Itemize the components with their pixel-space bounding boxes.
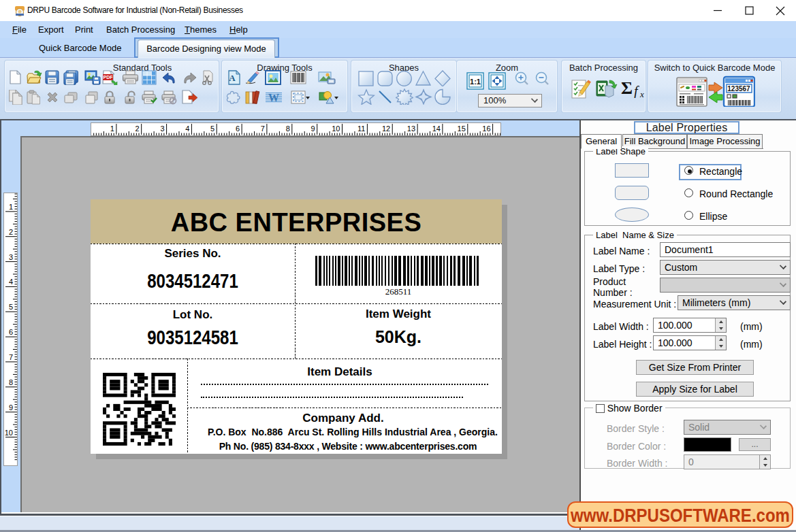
svg-text:4: 4: [9, 278, 13, 286]
svg-text:11: 11: [357, 124, 365, 133]
svg-text:16: 16: [482, 124, 490, 133]
svg-text:7: 7: [9, 353, 13, 361]
svg-text:14: 14: [432, 124, 441, 133]
svg-text:W: W: [268, 92, 279, 103]
svg-text:4: 4: [185, 124, 189, 133]
svg-text:Σ: Σ: [621, 78, 633, 98]
svg-text:13: 13: [407, 124, 415, 133]
svg-text:3: 3: [160, 124, 164, 133]
svg-text:10: 10: [332, 124, 340, 133]
svg-text:1: 1: [110, 124, 114, 133]
svg-text:8: 8: [9, 378, 13, 386]
svg-text:9: 9: [9, 403, 13, 412]
svg-text:15: 15: [458, 124, 466, 133]
svg-text:3: 3: [9, 253, 13, 261]
svg-text:f: f: [634, 84, 639, 98]
svg-text:8: 8: [286, 124, 290, 133]
svg-text:123567: 123567: [727, 85, 750, 93]
svg-text:1: 1: [9, 203, 13, 211]
svg-text:6: 6: [9, 328, 13, 336]
svg-text:1:1: 1:1: [470, 78, 481, 86]
svg-text:PDF: PDF: [104, 75, 114, 80]
svg-text:6: 6: [236, 124, 240, 133]
svg-text:10: 10: [5, 429, 13, 437]
svg-text:2: 2: [9, 228, 13, 236]
svg-text:A: A: [229, 73, 236, 83]
svg-text:x: x: [639, 89, 644, 98]
svg-text:2: 2: [136, 124, 140, 133]
svg-text:5: 5: [210, 124, 214, 133]
svg-text:5: 5: [9, 303, 13, 311]
svg-text:9: 9: [311, 124, 315, 133]
svg-text:7: 7: [261, 124, 265, 133]
svg-text:12: 12: [382, 124, 390, 133]
